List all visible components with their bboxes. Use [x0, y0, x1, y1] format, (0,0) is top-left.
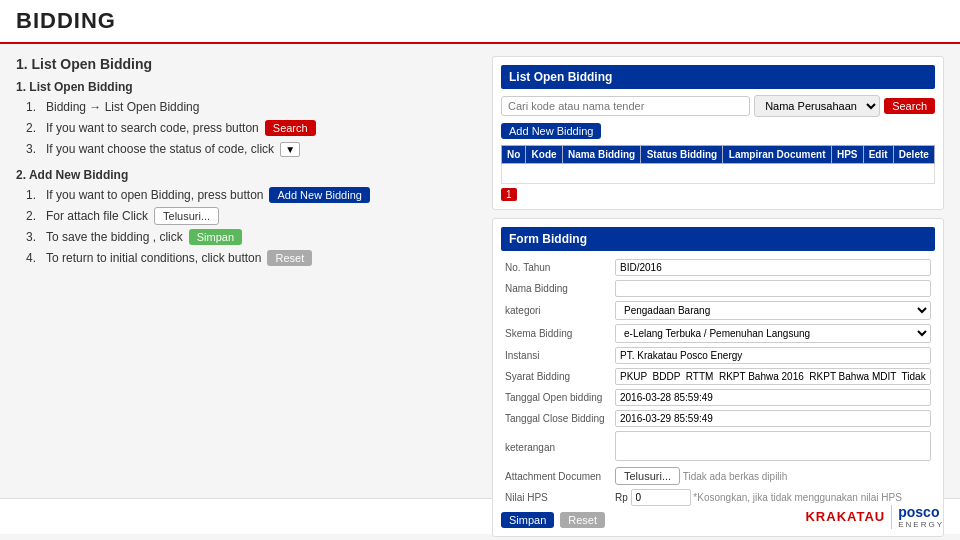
main-content: 1. List Open Bidding 1. List Open Biddin…: [0, 44, 960, 498]
page-title: BIDDING: [16, 8, 944, 34]
list-panel-header: List Open Bidding: [501, 65, 935, 89]
col-kode: Kode: [526, 146, 562, 164]
form-reset-button[interactable]: Reset: [560, 512, 605, 528]
form-row-kategori: kategori Pengadaan Barang: [501, 299, 935, 322]
item-num: 1.: [26, 98, 40, 116]
form-field[interactable]: e-Lelang Terbuka / Pemenuhan Langsung: [611, 322, 935, 345]
status-dropdown-button[interactable]: ▼: [280, 142, 300, 157]
logo-divider: [891, 505, 892, 529]
add-new-bidding-top-button[interactable]: Add New Bidding: [501, 123, 601, 139]
instansi-input[interactable]: [615, 347, 931, 364]
add-new-btn-area: Add New Bidding: [501, 123, 935, 139]
add-new-bidding-button[interactable]: Add New Bidding: [269, 187, 369, 203]
form-field[interactable]: [611, 387, 935, 408]
energy-text: ENERGY: [898, 520, 944, 529]
form-field[interactable]: Pengadaan Barang: [611, 299, 935, 322]
form-field[interactable]: [611, 345, 935, 366]
attachment-browse-button[interactable]: Telusuri...: [615, 467, 680, 485]
left-panel: 1. List Open Bidding 1. List Open Biddin…: [16, 56, 476, 486]
form-label: No. Tahun: [501, 257, 611, 278]
kategori-select[interactable]: Pengadaan Barang: [615, 301, 931, 320]
footer: KRAKATAU posco ENERGY: [0, 498, 960, 534]
form-field[interactable]: [611, 366, 935, 387]
file-browse-button[interactable]: Telusuri...: [154, 207, 219, 225]
form-field[interactable]: [611, 257, 935, 278]
form-save-button[interactable]: Simpan: [501, 512, 554, 528]
company-select[interactable]: Nama Perusahaan: [754, 95, 880, 117]
logo-krakatau: KRAKATAU: [805, 509, 885, 524]
page-number: 1: [501, 188, 517, 201]
item-text: If you want choose the status of code, c…: [46, 140, 274, 158]
form-row-attachment: Attachment Documen Telusuri... Tidak ada…: [501, 465, 935, 487]
list-item: 1. Bidding → List Open Bidding: [26, 98, 476, 116]
item-num: 3.: [26, 140, 40, 158]
right-panel: List Open Bidding Nama Perusahaan Search…: [492, 56, 944, 486]
list-item: 2. For attach file Click Telusuri...: [26, 207, 476, 225]
section2-title: 2. Add New Bidding: [16, 168, 476, 182]
attachment-note: Tidak ada berkas dipilih: [683, 471, 788, 482]
item-num: 4.: [26, 249, 40, 267]
form-label: kategori: [501, 299, 611, 322]
posco-logo: posco ENERGY: [898, 504, 944, 529]
top-bar: BIDDING: [0, 0, 960, 44]
item-text: To save the bidding , click: [46, 228, 183, 246]
col-hps: HPS: [831, 146, 863, 164]
form-row-close: Tanggal Close Bidding: [501, 408, 935, 429]
form-label: Attachment Documen: [501, 465, 611, 487]
form-row-notahun: No. Tahun: [501, 257, 935, 278]
table-header-row: No Kode Nama Bidding Status Bidding Lamp…: [502, 146, 935, 164]
syarat-input[interactable]: [615, 368, 931, 385]
search-submit-button[interactable]: Search: [884, 98, 935, 114]
form-label: keterangan: [501, 429, 611, 465]
hps-note: *Kosongkan, jika tidak menggunakan nilai…: [693, 492, 901, 503]
item-text: To return to initial conditions, click b…: [46, 249, 261, 267]
form-field[interactable]: Telusuri... Tidak ada berkas dipilih: [611, 465, 935, 487]
form-field[interactable]: [611, 278, 935, 299]
empty-row: [502, 164, 935, 184]
item-text: Bidding → List Open Bidding: [46, 98, 199, 116]
search-input[interactable]: [501, 96, 750, 116]
table-row: [502, 164, 935, 184]
table-header: No Kode Nama Bidding Status Bidding Lamp…: [502, 146, 935, 164]
form-label: Tanggal Close Bidding: [501, 408, 611, 429]
form-label: Tanggal Open bidding: [501, 387, 611, 408]
skema-select[interactable]: e-Lelang Terbuka / Pemenuhan Langsung: [615, 324, 931, 343]
section1-list: 1. List Open Bidding 1. Bidding → List O…: [16, 80, 476, 158]
item-num: 3.: [26, 228, 40, 246]
item-text: For attach file Click: [46, 207, 148, 225]
list-item: 2. If you want to search code, press but…: [26, 119, 476, 137]
form-table: No. Tahun Nama Bidding kategori Pengadaa…: [501, 257, 935, 508]
col-delete: Delete: [893, 146, 934, 164]
form-row-nama: Nama Bidding: [501, 278, 935, 299]
table-body: [502, 164, 935, 184]
list-open-bidding-panel: List Open Bidding Nama Perusahaan Search…: [492, 56, 944, 210]
section1-sublist: 1. Bidding → List Open Bidding 2. If you…: [16, 98, 476, 158]
col-no: No: [502, 146, 526, 164]
save-button[interactable]: Simpan: [189, 229, 242, 245]
form-row-open: Tanggal Open bidding: [501, 387, 935, 408]
hps-input[interactable]: [631, 489, 691, 506]
search-button[interactable]: Search: [265, 120, 316, 136]
form-row-skema: Skema Bidding e-Lelang Terbuka / Pemenuh…: [501, 322, 935, 345]
tgl-open-input[interactable]: [615, 389, 931, 406]
form-field[interactable]: [611, 408, 935, 429]
section1-title: 1. List Open Bidding: [16, 56, 476, 72]
item-text: If you want to open Bidding, press butto…: [46, 186, 263, 204]
list-item: 1. If you want to open Bidding, press bu…: [26, 186, 476, 204]
nama-bidding-input[interactable]: [615, 280, 931, 297]
col-nama: Nama Bidding: [562, 146, 641, 164]
col-lampiran: Lampiran Document: [723, 146, 831, 164]
col-edit: Edit: [863, 146, 893, 164]
section1-item: 1. List Open Bidding 1. Bidding → List O…: [16, 80, 476, 158]
form-label: Syarat Bidding: [501, 366, 611, 387]
tgl-close-input[interactable]: [615, 410, 931, 427]
reset-button[interactable]: Reset: [267, 250, 312, 266]
hps-label: Rp: [615, 492, 628, 503]
bidding-table: No Kode Nama Bidding Status Bidding Lamp…: [501, 145, 935, 184]
item-num: 2.: [26, 119, 40, 137]
no-tahun-input[interactable]: [615, 259, 931, 276]
form-label: Nama Bidding: [501, 278, 611, 299]
form-field[interactable]: [611, 429, 935, 465]
item-num: 2.: [26, 207, 40, 225]
keterangan-textarea[interactable]: [615, 431, 931, 461]
